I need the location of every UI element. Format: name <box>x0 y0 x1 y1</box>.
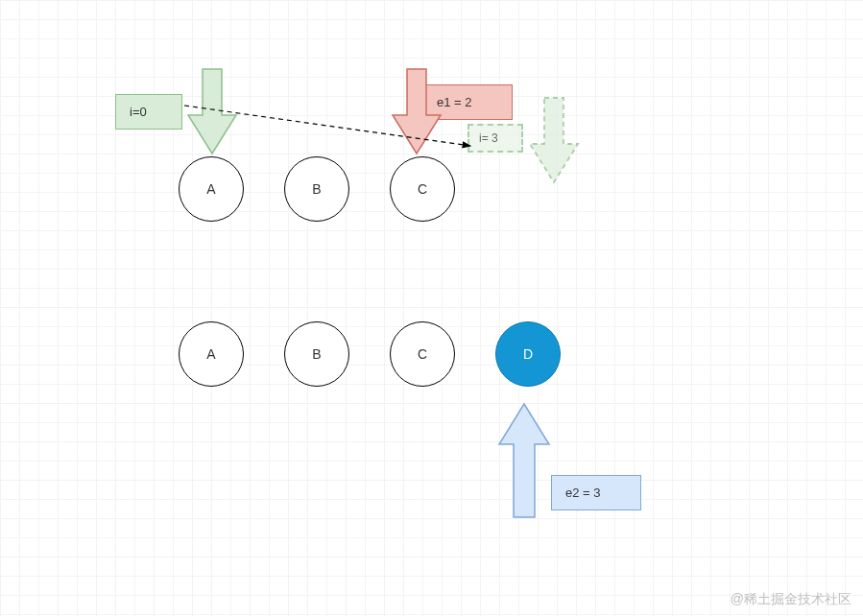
node-r2-b: B <box>284 321 349 387</box>
arrow-e2 <box>499 404 549 517</box>
node-r1-a: A <box>179 156 244 222</box>
svg-line-3 <box>184 106 470 146</box>
dashed-connector <box>184 106 491 163</box>
node-r2-d: D <box>495 321 561 387</box>
node-r2-a: A <box>179 321 244 387</box>
label-i0: i=0 <box>115 94 182 130</box>
watermark: @稀土掘金技术社区 <box>731 591 851 608</box>
node-r1-c: C <box>390 156 455 222</box>
node-r2-c: C <box>390 321 455 387</box>
node-r1-b: B <box>284 156 349 222</box>
svg-marker-2 <box>530 98 578 182</box>
arrow-i3-dashed <box>530 98 578 182</box>
label-e2: e2 = 3 <box>551 475 641 510</box>
svg-marker-4 <box>499 404 549 517</box>
